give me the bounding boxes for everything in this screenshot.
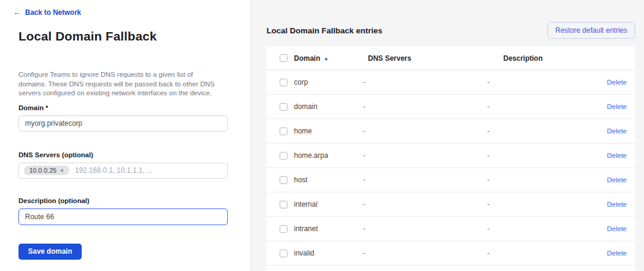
table-row: invalid - - Delete	[267, 241, 635, 266]
dns-server-tag: 10.0.0.25 ×	[24, 166, 69, 175]
delete-link[interactable]: Delete	[607, 152, 627, 159]
page-title: Local Domain Fallback	[18, 29, 250, 43]
entries-panel: Local Domain Fallback entries Restore de…	[251, 0, 644, 271]
row-description: -	[487, 225, 607, 233]
delete-link[interactable]: Delete	[607, 127, 627, 135]
domain-field-group: Domain *	[18, 104, 250, 132]
row-description: -	[487, 249, 607, 257]
back-link-label: Back to Network	[25, 8, 81, 17]
delete-link[interactable]: Delete	[607, 250, 627, 257]
domain-label: Domain *	[18, 104, 250, 111]
row-dns-servers: -	[363, 176, 487, 184]
table-body: corp - - Delete domain - - Delete home -…	[267, 70, 635, 266]
column-header-domain-label: Domain	[294, 54, 320, 63]
row-checkbox[interactable]	[280, 176, 287, 184]
row-dns-servers: -	[363, 102, 487, 111]
description-field-group: Description (optional)	[18, 197, 250, 225]
row-description: -	[487, 200, 607, 208]
entries-table: Domain▲ DNS Servers Description corp - -…	[267, 46, 635, 271]
entries-header: Local Domain Fallback entries Restore de…	[267, 22, 635, 39]
row-dns-servers: -	[363, 78, 487, 86]
delete-link[interactable]: Delete	[607, 176, 627, 183]
description-label: Description (optional)	[18, 197, 250, 204]
delete-link[interactable]: Delete	[607, 79, 627, 86]
domain-input[interactable]	[18, 116, 228, 132]
column-header-description: Description	[487, 54, 627, 63]
table-header-row: Domain▲ DNS Servers Description	[267, 46, 635, 70]
dns-server-tag-value: 10.0.0.25	[29, 167, 57, 174]
table-row: home - - Delete	[267, 119, 635, 144]
row-checkbox[interactable]	[280, 225, 287, 233]
row-checkbox[interactable]	[280, 79, 287, 86]
back-arrow-icon: ←	[13, 8, 21, 17]
save-domain-button[interactable]: Save domain	[18, 244, 82, 260]
table-row: intranet - - Delete	[267, 217, 635, 241]
delete-link[interactable]: Delete	[607, 103, 627, 110]
row-description: -	[487, 176, 607, 184]
column-header-domain[interactable]: Domain▲	[294, 54, 363, 63]
entries-title: Local Domain Fallback entries	[267, 26, 382, 35]
row-checkbox[interactable]	[280, 250, 287, 257]
row-domain: intranet	[294, 225, 363, 233]
dns-servers-field-group: DNS Servers (optional) 10.0.0.25 × 192.1…	[18, 151, 250, 179]
row-domain: corp	[294, 78, 363, 86]
row-domain: home	[294, 127, 363, 135]
row-domain: internal	[294, 200, 363, 208]
dns-servers-input[interactable]: 10.0.0.25 × 192.168.0.1, 10.1.1.1, ...	[18, 163, 228, 179]
page-description: Configure Teams to ignore DNS requests t…	[18, 70, 220, 98]
row-domain: host	[294, 176, 363, 184]
table-row: internal - - Delete	[267, 192, 635, 217]
row-dns-servers: -	[363, 127, 487, 135]
row-description: -	[487, 78, 607, 86]
row-dns-servers: -	[363, 249, 487, 257]
dns-servers-label: DNS Servers (optional)	[18, 151, 250, 158]
table-row: corp - - Delete	[267, 70, 635, 95]
sort-ascending-icon: ▲	[324, 56, 329, 61]
dns-servers-placeholder: 192.168.0.1, 10.1.1.1, ...	[75, 166, 153, 175]
table-row: host - - Delete	[267, 168, 635, 192]
row-dns-servers: -	[363, 151, 487, 160]
table-row: home.arpa - - Delete	[267, 144, 635, 168]
column-header-dns-servers: DNS Servers	[363, 54, 487, 63]
restore-default-entries-button[interactable]: Restore default entries	[547, 22, 635, 39]
row-dns-servers: -	[363, 225, 487, 233]
row-domain: domain	[294, 102, 363, 111]
row-domain: home.arpa	[294, 151, 363, 160]
row-description: -	[487, 151, 607, 160]
table-row: domain - - Delete	[267, 95, 635, 119]
description-input[interactable]	[18, 208, 228, 225]
select-all-checkbox[interactable]	[280, 54, 287, 62]
tag-remove-icon[interactable]: ×	[60, 167, 64, 174]
delete-link[interactable]: Delete	[607, 225, 627, 232]
row-checkbox[interactable]	[280, 127, 287, 135]
delete-link[interactable]: Delete	[607, 201, 627, 208]
row-checkbox[interactable]	[280, 201, 287, 208]
row-description: -	[487, 127, 607, 135]
row-checkbox[interactable]	[280, 152, 287, 160]
row-domain: invalid	[294, 249, 363, 257]
settings-form-panel: ← Back to Network Local Domain Fallback …	[0, 0, 251, 271]
row-dns-servers: -	[363, 200, 487, 208]
row-checkbox[interactable]	[280, 103, 287, 111]
back-to-network-link[interactable]: ← Back to Network	[13, 8, 81, 17]
row-description: -	[487, 102, 607, 111]
